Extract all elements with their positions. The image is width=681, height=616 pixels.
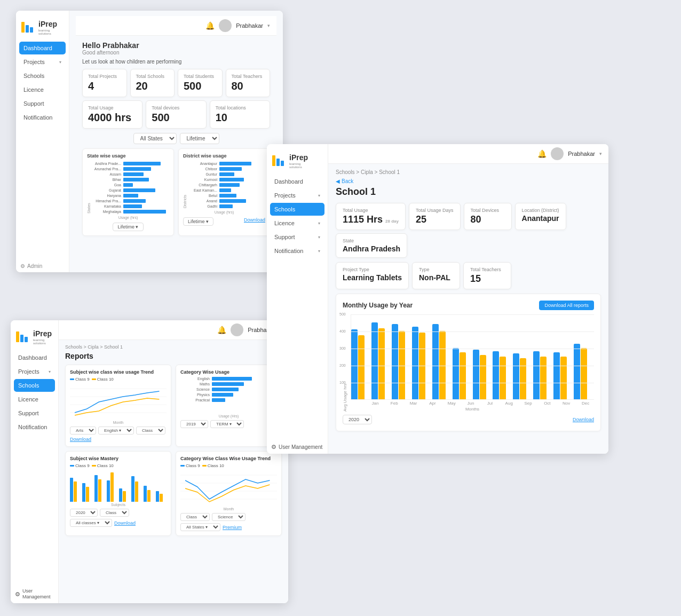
bar-group-jul	[473, 350, 493, 399]
topbar-chevron-icon: ▾	[267, 23, 270, 28]
bar-chart-h-1: Andhra Prade... Arunachal Pra... Assam B…	[92, 162, 166, 214]
bar-group-nov	[553, 352, 574, 399]
y-axis-label-2: Districts	[183, 162, 187, 208]
bell-icon-s2[interactable]: 🔔	[537, 149, 547, 158]
filter-class-2[interactable]: Class	[100, 509, 129, 517]
topbar-s2: 🔔 Prabhakar ▾	[328, 144, 608, 164]
y-label-300: 300	[339, 346, 346, 350]
bar-yellow	[480, 355, 486, 399]
bar-chart-h-2: Anantapur Chitoor Guntur Kurnool Chittar…	[188, 162, 251, 208]
chart-subject-mastery: Subject wise Mastery Class 9 Class 10	[65, 451, 171, 536]
bar-row: Meghalaya	[92, 210, 166, 214]
legend-class10	[92, 378, 96, 380]
stat-total-students: Total Students 500	[178, 69, 223, 97]
nav-schools[interactable]: Schools	[19, 69, 66, 82]
chart-area: 500 400 300 200 100	[351, 314, 594, 412]
mastery-bars	[70, 470, 167, 502]
lifetime-btn-2[interactable]: Lifetime ▾	[183, 217, 213, 226]
bar-group-feb	[371, 322, 392, 399]
logo-bar-1	[21, 22, 25, 33]
bar-row: Gadhi	[188, 204, 251, 208]
logo-text: iPrep	[38, 20, 57, 28]
logo-subtitle-s3: learningsolutions	[33, 338, 52, 345]
monthly-header: Monthly Usage by Year Download All repor…	[343, 301, 594, 310]
bell-icon-s3[interactable]: 🔔	[217, 326, 226, 334]
filter-arts[interactable]: Arts	[70, 427, 96, 435]
nav-s2-schools[interactable]: Schools	[270, 203, 324, 216]
filter-science[interactable]: Science	[212, 513, 246, 521]
x-labels: Jan Feb Mar Apr May Jun Jul Aug Sep Oct	[351, 401, 594, 406]
nav-notification[interactable]: Notification	[19, 111, 66, 124]
user-management-label: User Management	[279, 444, 322, 451]
chart-category-usage: Category Wise Usage English Maths Scienc…	[176, 365, 282, 447]
year-select[interactable]: 2020	[343, 415, 372, 424]
bar-chart-area: 500 400 300 200 100	[351, 314, 594, 400]
bar-group-apr	[412, 327, 432, 399]
bar-yellow	[581, 348, 587, 399]
charts-row: State wise usage States Andhra Prade... …	[82, 148, 270, 236]
reports-content: Schools > Cipla > School 1 Reports Subje…	[59, 340, 288, 603]
school-stats-row1: Total Usage 1115 Hrs 28 day Total Usage …	[336, 203, 601, 258]
bar-blue	[392, 324, 398, 399]
filter-all-classes[interactable]: All classes ▾	[70, 519, 112, 527]
topbar-s1: 🔔 Prabhakar ▾	[76, 16, 276, 36]
state-filter[interactable]: All States	[133, 133, 177, 144]
nav-s3-support[interactable]: Support	[14, 407, 55, 420]
nav-s3-notification[interactable]: Notification	[14, 421, 55, 433]
nav-s3-dashboard[interactable]: Dashboard	[14, 351, 55, 364]
bar-yellow	[439, 331, 446, 399]
nav-dashboard[interactable]: Dashboard	[19, 42, 66, 54]
school-stat-usage-days: Total Usage Days 25	[409, 203, 461, 230]
filter-all-states[interactable]: All States ▾	[180, 523, 220, 531]
nav-support[interactable]: Support	[19, 97, 66, 110]
reports-breadcrumb: Schools > Cipla > School 1	[65, 344, 282, 350]
avatar-s2	[551, 147, 564, 160]
filter-class[interactable]: Class	[136, 427, 165, 435]
nav-s3-schools[interactable]: Schools	[14, 379, 55, 392]
chart4-download[interactable]: Premium	[223, 525, 242, 530]
lifetime-btn-1[interactable]: Lifetime ▾	[113, 223, 143, 231]
nav-licence[interactable]: Licence	[19, 83, 66, 96]
lifetime-filter[interactable]: Lifetime	[180, 133, 219, 144]
bar-row: Haryana	[92, 194, 166, 198]
nav-s3-projects[interactable]: Projects ▾	[14, 365, 55, 378]
chart-footer-row: 2020 Download	[343, 415, 594, 424]
nav-s3-user-management[interactable]: ⚙ User Management	[11, 585, 58, 603]
bar-yellow	[378, 328, 385, 399]
nav-s2-licence[interactable]: Licence ▾	[270, 217, 324, 230]
nav-projects[interactable]: Projects ▾	[19, 56, 66, 68]
logo-subtitle-s2: learningsolutions	[289, 162, 308, 169]
filter-year[interactable]: 2019	[180, 420, 208, 428]
bell-icon[interactable]: 🔔	[205, 21, 215, 30]
nav-s2-dashboard[interactable]: Dashboard	[270, 175, 324, 188]
back-link[interactable]: ◀ Back	[336, 178, 601, 184]
download-link-monthly[interactable]: Download	[573, 417, 594, 422]
filter-class-4[interactable]: Class	[180, 513, 210, 521]
sidebar-nav-s3: Dashboard Projects ▾ Schools Licence Sup…	[11, 351, 58, 585]
chart3-download[interactable]: Download	[114, 520, 136, 526]
nav-s2-support[interactable]: Support ▾	[270, 231, 324, 243]
bar-row: Karnataka	[92, 204, 166, 208]
bar-blue	[533, 351, 540, 399]
chart-district-wise: District wise usage Districts Anantapur …	[178, 148, 270, 236]
grid-line	[351, 349, 594, 349]
filter-term[interactable]: TERM ▾	[210, 420, 244, 428]
download-link[interactable]: Download	[244, 217, 265, 226]
nav-s3-licence[interactable]: Licence	[14, 393, 55, 406]
filter-2020[interactable]: 2020	[70, 509, 98, 517]
bar-blue	[351, 329, 358, 399]
filter-english[interactable]: English ▾	[98, 427, 134, 435]
chart1-download[interactable]: Download	[70, 437, 91, 442]
bar-group-mar	[392, 324, 412, 399]
nav-s2-projects[interactable]: Projects ▾	[270, 189, 324, 202]
download-all-button[interactable]: Download All reports	[539, 301, 594, 310]
y-label-400: 400	[339, 329, 346, 333]
school-content: Schools > Cipla > School 1 ◀ Back School…	[328, 164, 608, 454]
stat-total-usage: Total Usage 4000 hrs	[82, 100, 142, 129]
topbar-chevron-s2: ▾	[599, 151, 602, 156]
nav-user-management[interactable]: ⚙ User Management	[267, 440, 328, 454]
chart-subject-usage-trend: Subject wise class wise usage Trend Clas…	[65, 365, 171, 447]
main-content-s3: 🔔 Prabhakar ▾ Schools > Cipla > School 1…	[59, 320, 288, 603]
nav-s2-notification[interactable]: Notification ▾	[270, 244, 324, 257]
x-axis-label-2: Usage (hrs)	[183, 210, 265, 214]
